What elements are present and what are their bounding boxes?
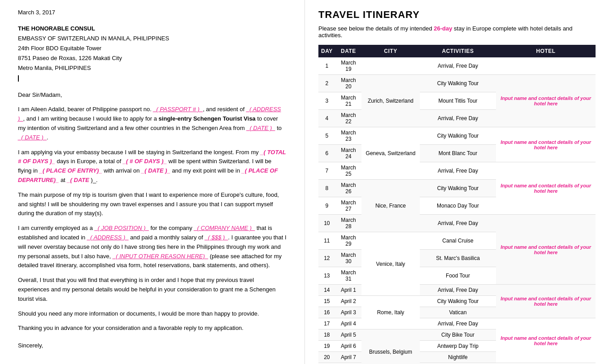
letter-panel: March 3, 2017 THE HONORABLE CONSUL EMBAS… [0,0,305,364]
cell-day: 17 [318,318,335,329]
itinerary-subtitle: Please see below the details of my inten… [318,25,596,39]
cell-day: 19 [318,341,335,352]
para1-pre: I am Aileen Adalid, bearer of Philippine… [18,106,153,113]
cell-day: 9 [318,197,335,215]
cell-activities: Monaco Day Tour [420,197,496,215]
cell-city: Rome, Italy [361,296,420,329]
itinerary-panel: TRAVEL ITINERARY Please see below the de… [305,0,609,364]
cell-day: 2 [318,75,335,92]
paragraph-5: Overall, I trust that you will find that… [18,276,287,303]
paragraph-7: Thanking you in advance for your conside… [18,324,287,333]
cell-date: April 6 [335,341,361,352]
cell-activities: Mount Titlis Tour [420,92,496,110]
para2-mid4: and my exit point will be in [170,167,242,174]
col-hotel: HOTEL [496,45,596,57]
cell-activities: City Bike Tour [420,329,496,341]
cell-day: 1 [318,57,335,75]
para4-pre: I am currently employed as a [18,225,95,231]
letter-date: March 3, 2017 [18,9,287,16]
para2-place: _( PLACE OF ENTRY)_ [39,167,102,174]
cell-activities: Arrival, Free Day [420,285,496,296]
para2-pre: I am applying via your embassy because I… [18,149,260,156]
cursor [18,75,19,82]
cell-date: March 29 [335,232,361,250]
cell-hotel: Input name and contact details of your h… [496,127,596,162]
cell-activities: Mont Blanc Tour [420,145,496,162]
cell-activities: City Walking Tour [420,296,496,307]
addressee-block: THE HONORABLE CONSUL EMBASSY OF SWITZERL… [18,24,287,83]
signature-block: Sincerely, - signature - [ FULL NAME IN … [18,340,287,364]
cell-day: 6 [318,145,335,162]
cell-activities: Antwerp Day Trip [420,341,496,352]
col-city: CITY [361,45,420,57]
cell-date: March 26 [335,180,361,197]
cell-date: March 20 [335,75,361,92]
cell-city: Geneva, Switzerland [361,127,420,180]
cell-day: 8 [318,180,335,197]
para2-date: _( DATE )_ [141,167,170,174]
cell-day: 16 [318,307,335,318]
para1-end: . [47,134,48,141]
cell-activities: Arrival, Free Day [420,110,496,127]
greeting: Dear Sir/Madam, [18,91,287,100]
table-row: 7March 25Arrival, Free DayInput name and… [318,162,596,180]
para4-mid3: and paid a monthly salary of [129,234,205,241]
cell-city: Nice, France [361,180,420,232]
cell-date: April 4 [335,318,361,329]
days-count: 26-day [434,25,452,32]
cell-date: March 25 [335,162,361,180]
cell-activities: Nightlife [420,352,496,363]
para1-passport: _( PASSPORT # )_ [153,106,203,113]
cell-city: Brussels, Belgium [361,329,420,364]
paragraph-6: Should you need any more information or … [18,309,287,319]
cell-activities: Arrival, Free Day [420,162,496,180]
para4-salary: _( $$$ )_ [205,234,228,241]
paragraph-2: I am applying via your embassy because I… [18,148,287,185]
cell-activities: St. Marc's Basilica [420,250,496,267]
cell-day: 15 [318,296,335,307]
para2-mid3: with arrival on [102,167,141,174]
para2-mid5: at [59,177,67,183]
paragraph-1: I am Aileen Adalid, bearer of Philippine… [18,105,287,142]
cell-activities: Food Tour [420,267,496,285]
cell-hotel [496,57,596,75]
cell-date: April 2 [335,296,361,307]
cell-date: March 22 [335,110,361,127]
para2-mid1: days in Europe, a total of [55,158,123,165]
cell-date: March 24 [335,145,361,162]
cell-activities: Arrival, Free Day [420,57,496,75]
cell-hotel: Input name and contact details of your h… [496,215,596,285]
subtitle-pre: Please see below the details of my inten… [318,25,434,32]
cell-activities: Arrival, Free Day [420,215,496,232]
para1-date2: _( DATE )_ [18,134,47,141]
addressee-line1: EMBASSY OF SWITZERLAND IN MANILA, PHILIP… [18,34,287,43]
cell-date: March 31 [335,267,361,285]
cell-activities: Arrival, Free Day [420,318,496,329]
para1-bold: single-entry Schengen Tourist Visa [159,115,256,122]
cell-date: March 23 [335,127,361,145]
table-header-row: DAY DATE CITY ACTIVITIES HOTEL [318,45,596,57]
table-row: 2March 20Zurich, SwitzerlandCity Walking… [318,75,596,92]
cell-activities: City Walking Tour [420,180,496,197]
para4-reason: _( INPUT OTHER REASON HERE)_ [113,253,208,260]
cell-day: 10 [318,215,335,232]
cell-city [361,57,420,75]
table-row: 1March 19Arrival, Free Day [318,57,596,75]
cell-city: Venice, Italy [361,232,420,296]
table-row: 17April 4Arrival, Free DayInput name and… [318,318,596,329]
cell-activities: Canal Cruise [420,232,496,250]
para2-date2: _( DATE [67,177,89,183]
addressee-line4: Metro Manila, PHILIPPINES [18,63,287,73]
sincerely: Sincerely, [18,340,287,351]
cell-hotel: Input name and contact details of your h… [496,162,596,215]
cell-day: 11 [318,232,335,250]
cell-day: 18 [318,329,335,341]
cell-date: March 19 [335,57,361,75]
addressee-title: THE HONORABLE CONSUL [18,24,287,34]
paragraph-3: The main purpose of my trip is tourism g… [18,191,287,218]
cell-date: April 5 [335,329,361,341]
itinerary-title: TRAVEL ITINERARY [318,9,596,21]
cell-activities: Vatican [420,307,496,318]
para4-job: _( JOB POSITION )_ [95,225,149,231]
col-activities: ACTIVITIES [420,45,496,57]
